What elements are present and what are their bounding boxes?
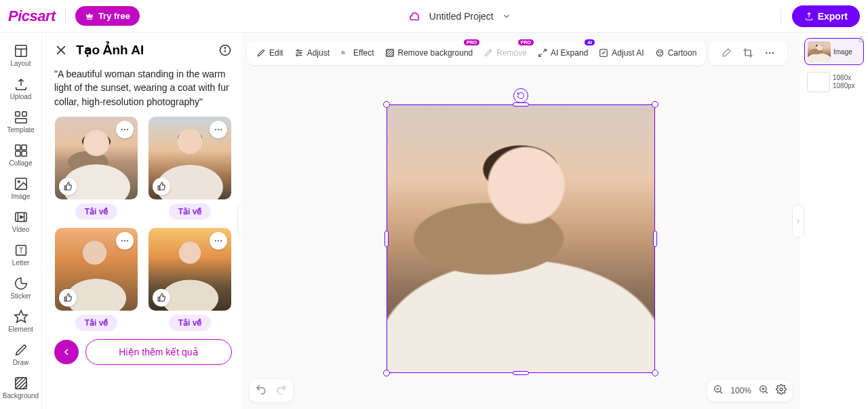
ai-result-thumb[interactable] bbox=[55, 117, 138, 199]
download-button[interactable]: Tải về bbox=[75, 203, 118, 220]
svg-point-59 bbox=[772, 52, 774, 54]
thumbs-up-icon bbox=[157, 182, 166, 191]
panel-footer: Hiện thêm kết quả bbox=[54, 339, 232, 365]
result-more-button[interactable] bbox=[116, 232, 134, 250]
rail-label: Layout bbox=[10, 60, 31, 67]
selection-border bbox=[387, 104, 655, 373]
rail-element[interactable]: Element bbox=[0, 305, 41, 337]
result-like-button[interactable] bbox=[59, 178, 77, 195]
undo-button[interactable] bbox=[255, 383, 267, 398]
result-like-button[interactable] bbox=[153, 289, 170, 307]
eraser-button[interactable] bbox=[715, 43, 737, 62]
sticker-icon bbox=[14, 276, 28, 291]
more-icon bbox=[214, 236, 223, 246]
close-icon[interactable] bbox=[54, 43, 68, 57]
chevron-down-icon[interactable] bbox=[502, 12, 511, 21]
resize-handle-b[interactable] bbox=[513, 371, 529, 375]
svg-line-52 bbox=[539, 54, 542, 56]
svg-point-35 bbox=[220, 129, 222, 130]
cartoon-button[interactable]: Cartoon bbox=[650, 44, 703, 62]
ai-result-thumb[interactable] bbox=[55, 228, 138, 311]
adjust-ai-button[interactable]: Adjust AI bbox=[593, 44, 649, 62]
zoom-out-button[interactable] bbox=[713, 384, 724, 397]
view-settings-button[interactable] bbox=[776, 384, 787, 397]
svg-text:fx: fx bbox=[341, 50, 346, 56]
thumbs-up-icon bbox=[157, 293, 166, 302]
ai-result-thumb[interactable] bbox=[149, 117, 231, 199]
svg-point-55 bbox=[658, 52, 658, 52]
rotate-handle[interactable] bbox=[513, 88, 528, 103]
rail-letter[interactable]: T Letter bbox=[0, 239, 41, 271]
resize-handle-l[interactable] bbox=[384, 231, 389, 247]
ai-result: Tải về bbox=[148, 228, 232, 331]
rail-label: Upload bbox=[10, 93, 32, 100]
layer-canvas[interactable]: 1080x 1080px bbox=[804, 69, 864, 95]
selection-box[interactable] bbox=[387, 104, 655, 373]
result-like-button[interactable] bbox=[153, 178, 170, 195]
try-free-button[interactable]: Try free bbox=[75, 6, 140, 26]
remove-button[interactable]: Remove PRO bbox=[478, 44, 532, 62]
rail-draw[interactable]: Draw bbox=[0, 338, 41, 370]
rail-collage[interactable]: Collage bbox=[0, 139, 41, 171]
svg-rect-6 bbox=[15, 145, 20, 150]
result-more-button[interactable] bbox=[210, 232, 227, 250]
rail-background[interactable]: Background bbox=[0, 372, 41, 404]
svg-point-58 bbox=[769, 52, 770, 54]
result-more-button[interactable] bbox=[116, 121, 134, 138]
panel-back-button[interactable] bbox=[54, 340, 79, 364]
more-tools-button[interactable] bbox=[759, 43, 781, 62]
project-name[interactable]: Untitled Project bbox=[429, 11, 494, 22]
resize-handle-tl[interactable] bbox=[383, 101, 390, 108]
ai-prompt-text: "A beautiful woman standing in the warm … bbox=[54, 67, 232, 109]
resize-handle-r[interactable] bbox=[653, 231, 657, 247]
rail-layout[interactable]: Layout bbox=[0, 39, 41, 71]
layer-image[interactable]: Image bbox=[804, 38, 864, 65]
result-more-button[interactable] bbox=[210, 121, 227, 138]
download-button[interactable]: Tải về bbox=[169, 315, 212, 331]
tool-label: AI Expand bbox=[551, 48, 588, 58]
lock-icon[interactable] bbox=[858, 36, 865, 44]
redo-button[interactable] bbox=[275, 383, 288, 398]
svg-text:T: T bbox=[18, 247, 22, 254]
effect-button[interactable]: fx Effect bbox=[335, 44, 379, 62]
rail-upload[interactable]: Upload bbox=[0, 73, 41, 104]
resize-handle-tr[interactable] bbox=[652, 101, 658, 108]
ai-expand-button[interactable]: AI Expand AI bbox=[532, 44, 593, 62]
rail-sticker[interactable]: Sticker bbox=[0, 272, 41, 304]
svg-point-29 bbox=[224, 47, 225, 48]
context-toolbar: Edit Adjust fx Effect Remove background … bbox=[247, 38, 795, 68]
info-icon[interactable] bbox=[218, 43, 232, 57]
svg-rect-8 bbox=[15, 151, 20, 156]
svg-point-67 bbox=[780, 388, 783, 391]
tool-rail: Layout Upload Template Collage Image Vid… bbox=[0, 33, 42, 409]
rail-video[interactable]: Video bbox=[0, 206, 41, 237]
resize-handle-br[interactable] bbox=[652, 370, 658, 376]
adjust-button[interactable]: Adjust bbox=[289, 44, 335, 62]
toolbar-group-extra bbox=[709, 41, 787, 65]
thumbs-up-icon bbox=[64, 182, 73, 191]
crop-button[interactable] bbox=[737, 43, 759, 62]
collage-icon bbox=[14, 143, 28, 158]
svg-point-37 bbox=[124, 240, 125, 241]
result-like-button[interactable] bbox=[59, 289, 77, 307]
export-icon bbox=[804, 12, 814, 21]
download-button[interactable]: Tải về bbox=[169, 203, 212, 220]
resize-handle-bl[interactable] bbox=[383, 370, 390, 376]
expand-right-panel-button[interactable] bbox=[792, 204, 804, 238]
zoom-value[interactable]: 100% bbox=[730, 386, 751, 395]
zoom-in-button[interactable] bbox=[758, 384, 769, 397]
download-button[interactable]: Tải về bbox=[75, 315, 118, 331]
edit-button[interactable]: Edit bbox=[251, 44, 289, 62]
remove-bg-button[interactable]: Remove background PRO bbox=[380, 44, 479, 62]
ai-result-thumb[interactable] bbox=[149, 228, 231, 311]
resize-handle-t[interactable] bbox=[513, 102, 529, 106]
chevron-left-icon bbox=[61, 347, 72, 357]
cartoon-icon bbox=[655, 48, 665, 58]
svg-point-31 bbox=[124, 129, 125, 130]
show-more-results-button[interactable]: Hiện thêm kết quả bbox=[85, 339, 232, 365]
rail-image[interactable]: Image bbox=[0, 172, 41, 204]
rail-template[interactable]: Template bbox=[0, 106, 41, 138]
export-button[interactable]: Export bbox=[792, 5, 860, 27]
canvas[interactable] bbox=[241, 68, 800, 409]
chevron-right-icon bbox=[795, 218, 802, 225]
